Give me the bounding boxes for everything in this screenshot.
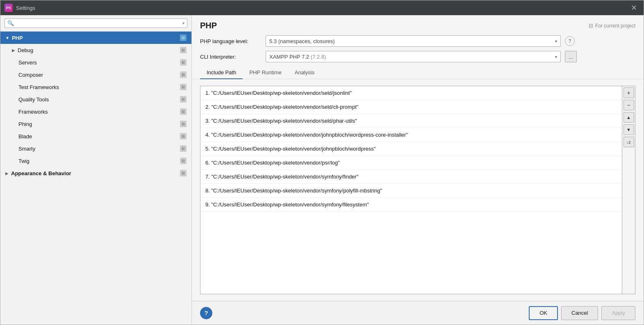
language-level-arrow-icon: ▾ — [555, 39, 557, 43]
php-page-icon: ⊟ — [180, 34, 187, 41]
sidebar-item-debug[interactable]: ▶ Debug ⊟ — [0, 44, 191, 56]
cancel-button[interactable]: Cancel — [561, 306, 598, 320]
sidebar-item-servers[interactable]: Servers ⊟ — [0, 56, 191, 69]
smarty-page-icon: ⊟ — [180, 145, 187, 152]
tab-include-path[interactable]: Include Path — [200, 66, 243, 79]
sidebar-item-twig[interactable]: Twig ⊟ — [0, 155, 191, 167]
path-list-actions: + − ▲ ▼ ↓z — [622, 86, 635, 294]
appearance-arrow-icon: ▶ — [5, 171, 9, 176]
phing-page-icon: ⊟ — [180, 121, 187, 127]
path-list-item[interactable]: 8. "C:/Users/IEUser/Desktop/wp-skeleton/… — [200, 184, 622, 198]
remove-path-button[interactable]: − — [624, 100, 634, 110]
servers-page-icon: ⊟ — [180, 59, 187, 66]
help-button[interactable]: ? — [200, 307, 212, 319]
sidebar-item-label: Test Frameworks — [12, 84, 180, 90]
content-area: 🔍 ▾ ▼ PHP ⊟ ▶ Debug ⊟ — [0, 15, 644, 325]
project-icon: ⊟ — [589, 23, 593, 29]
sidebar-item-blade[interactable]: Blade ⊟ — [0, 130, 191, 142]
sidebar-item-label: Servers — [12, 60, 180, 66]
sidebar-item-quality-tools[interactable]: Quality Tools ⊟ — [0, 93, 191, 105]
sidebar-item-php[interactable]: ▼ PHP ⊟ — [0, 32, 191, 44]
search-input[interactable] — [16, 20, 182, 26]
frameworks-page-icon: ⊟ — [180, 108, 187, 115]
cli-interpreter-browse-button[interactable]: ... — [565, 51, 577, 62]
sidebar-item-label: Twig — [12, 158, 180, 164]
sort-button[interactable]: ↓z — [624, 137, 634, 147]
title-bar: PS Settings ✕ — [0, 0, 644, 15]
search-bar: 🔍 ▾ — [0, 15, 191, 32]
test-frameworks-page-icon: ⊟ — [180, 84, 187, 90]
path-list-item[interactable]: 7. "C:/Users/IEUser/Desktop/wp-skeleton/… — [200, 170, 622, 184]
blade-page-icon: ⊟ — [180, 133, 187, 140]
search-dropdown-arrow[interactable]: ▾ — [182, 21, 184, 25]
language-level-help-button[interactable]: ? — [565, 36, 575, 46]
cli-interpreter-row: CLI Interpreter: XAMPP PHP 7.2 (7.2.8) ▾… — [200, 51, 635, 62]
app-icon: PS — [5, 4, 13, 12]
sidebar-item-frameworks[interactable]: Frameworks ⊟ — [0, 105, 191, 118]
window-title: Settings — [16, 5, 628, 11]
language-level-label: PHP language level: — [200, 38, 262, 44]
sidebar-list: ▼ PHP ⊟ ▶ Debug ⊟ Servers ⊟ Composer — [0, 32, 191, 325]
sidebar-item-composer[interactable]: Composer ⊟ — [0, 69, 191, 81]
cli-interpreter-label: CLI Interpreter: — [200, 54, 262, 60]
cli-interpreter-value: XAMPP PHP 7.2 (7.2.8) — [269, 54, 555, 60]
panel-content: 1. "C:/Users/IEUser/Desktop/wp-skeleton/… — [192, 79, 644, 301]
path-list-item[interactable]: 3. "C:/Users/IEUser/Desktop/wp-skeleton/… — [200, 114, 622, 128]
search-input-wrap[interactable]: 🔍 ▾ — [5, 18, 187, 28]
path-list-item[interactable]: 9. "C:/Users/IEUser/Desktop/wp-skeleton/… — [200, 198, 622, 212]
path-list-container: 1. "C:/Users/IEUser/Desktop/wp-skeleton/… — [200, 86, 635, 294]
panel-header: PHP ⊟ For current project PHP language l… — [192, 15, 644, 79]
search-icon: 🔍 — [7, 20, 14, 26]
tab-php-runtime[interactable]: PHP Runtime — [243, 66, 288, 79]
path-list-item[interactable]: 4. "C:/Users/IEUser/Desktop/wp-skeleton/… — [200, 128, 622, 142]
apply-button[interactable]: Apply — [601, 306, 635, 320]
sidebar-item-phing[interactable]: Phing ⊟ — [0, 118, 191, 130]
path-list[interactable]: 1. "C:/Users/IEUser/Desktop/wp-skeleton/… — [200, 86, 622, 294]
footer: ? OK Cancel Apply — [192, 301, 644, 325]
cli-interpreter-select[interactable]: XAMPP PHP 7.2 (7.2.8) ▾ — [266, 51, 561, 62]
sidebar-item-label: Appearance & Behavior — [11, 170, 180, 176]
path-list-item[interactable]: 2. "C:/Users/IEUser/Desktop/wp-skeleton/… — [200, 100, 622, 114]
debug-arrow-icon: ▶ — [12, 48, 15, 53]
panel-title-row: PHP ⊟ For current project — [200, 21, 635, 30]
debug-page-icon: ⊟ — [180, 47, 187, 53]
cli-interpreter-arrow-icon: ▾ — [555, 55, 557, 59]
sidebar-item-label: Composer — [12, 72, 180, 78]
quality-tools-page-icon: ⊟ — [180, 96, 187, 103]
path-list-item[interactable]: 6. "C:/Users/IEUser/Desktop/wp-skeleton/… — [200, 156, 622, 170]
add-path-button[interactable]: + — [624, 87, 634, 98]
sidebar-item-label: Frameworks — [12, 109, 180, 115]
sidebar-item-label: Phing — [12, 121, 180, 127]
settings-window: PS Settings ✕ 🔍 ▾ ▼ PHP ⊟ — [0, 0, 644, 325]
panel-title: PHP — [200, 21, 217, 30]
for-project-indicator: ⊟ For current project — [589, 23, 635, 29]
ok-button[interactable]: OK — [529, 306, 558, 320]
sidebar-item-test-frameworks[interactable]: Test Frameworks ⊟ — [0, 81, 191, 93]
sidebar-item-label: Debug — [18, 47, 180, 53]
language-level-value: 5.3 (namespaces, closures) — [269, 38, 555, 44]
sidebar-item-label: Smarty — [12, 146, 180, 152]
footer-buttons: OK Cancel Apply — [529, 306, 635, 320]
move-up-button[interactable]: ▲ — [624, 112, 634, 123]
sidebar-item-appearance-behavior[interactable]: ▶ Appearance & Behavior ⊟ — [0, 167, 191, 179]
sidebar-item-smarty[interactable]: Smarty ⊟ — [0, 142, 191, 155]
twig-page-icon: ⊟ — [180, 158, 187, 164]
sidebar-item-label: Quality Tools — [12, 96, 180, 103]
sidebar: 🔍 ▾ ▼ PHP ⊟ ▶ Debug ⊟ — [0, 15, 192, 325]
language-level-select[interactable]: 5.3 (namespaces, closures) ▾ — [266, 35, 561, 47]
php-arrow-icon: ▼ — [5, 36, 9, 40]
composer-page-icon: ⊟ — [180, 71, 187, 78]
main-panel: PHP ⊟ For current project PHP language l… — [192, 15, 644, 325]
path-list-item[interactable]: 1. "C:/Users/IEUser/Desktop/wp-skeleton/… — [200, 86, 622, 100]
path-list-item[interactable]: 5. "C:/Users/IEUser/Desktop/wp-skeleton/… — [200, 142, 622, 156]
tabs: Include Path PHP Runtime Analysis — [200, 66, 635, 79]
tab-analysis[interactable]: Analysis — [288, 66, 321, 79]
language-level-row: PHP language level: 5.3 (namespaces, clo… — [200, 35, 635, 47]
sidebar-item-label: PHP — [12, 35, 180, 41]
for-project-label: For current project — [595, 23, 635, 29]
move-down-button[interactable]: ▼ — [624, 124, 634, 135]
appearance-page-icon: ⊟ — [180, 170, 187, 176]
sidebar-item-label: Blade — [12, 133, 180, 140]
close-button[interactable]: ✕ — [628, 2, 639, 13]
